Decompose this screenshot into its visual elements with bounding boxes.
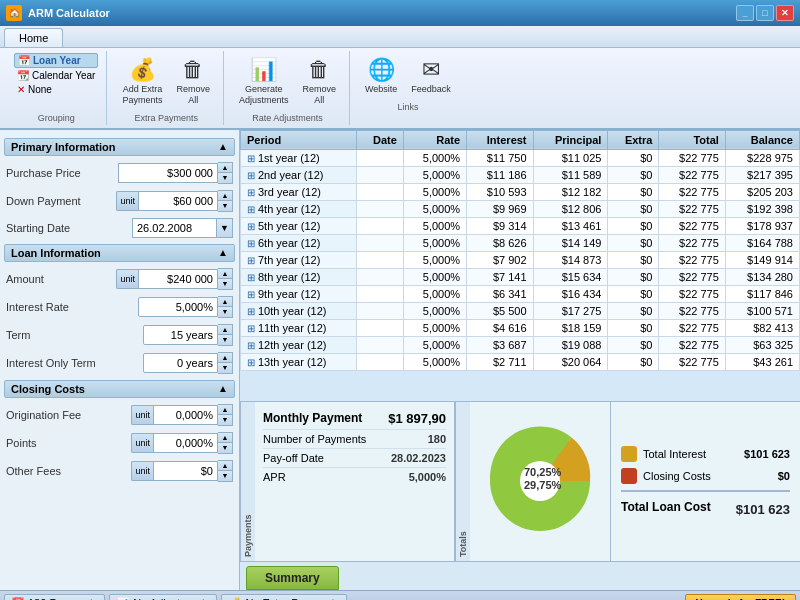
- close-button[interactable]: ✕: [776, 5, 794, 21]
- term-up[interactable]: ▲: [218, 325, 232, 335]
- down-payment-input[interactable]: [138, 191, 218, 211]
- generate-adjustments-button[interactable]: 📊 GenerateAdjustments: [234, 53, 294, 109]
- down-payment-label: Down Payment: [6, 195, 81, 207]
- points-up[interactable]: ▲: [218, 433, 232, 443]
- amount-unit[interactable]: unit: [116, 269, 138, 289]
- points-input[interactable]: [153, 433, 218, 453]
- expand-icon[interactable]: ⊞: [247, 272, 255, 283]
- minimize-button[interactable]: _: [736, 5, 754, 21]
- extra-payments-label: Extra Payments: [134, 113, 198, 123]
- grouping-none[interactable]: ✕ None: [14, 83, 98, 96]
- other-fees-down[interactable]: ▼: [218, 471, 232, 481]
- expand-icon[interactable]: ⊞: [247, 153, 255, 164]
- cell-rate: 5,000%: [403, 166, 466, 183]
- cell-balance: $228 975: [725, 149, 799, 166]
- expand-icon[interactable]: ⊞: [247, 340, 255, 351]
- cell-interest: $9 969: [467, 200, 533, 217]
- cell-interest: $3 687: [467, 336, 533, 353]
- purchase-price-input[interactable]: [118, 163, 218, 183]
- interest-rate-input[interactable]: [138, 297, 218, 317]
- maximize-button[interactable]: □: [756, 5, 774, 21]
- payoff-date-row: Pay-off Date 28.02.2023: [263, 449, 446, 468]
- remove-all-rate-button[interactable]: 🗑 RemoveAll: [297, 53, 341, 109]
- tab-home[interactable]: Home: [4, 28, 63, 47]
- closing-costs-totals-row: Closing Costs $0: [621, 468, 790, 484]
- num-payments-value: 180: [428, 433, 446, 445]
- expand-icon[interactable]: ⊞: [247, 238, 255, 249]
- origination-fee-up[interactable]: ▲: [218, 405, 232, 415]
- cell-rate: 5,000%: [403, 200, 466, 217]
- expand-icon[interactable]: ⊞: [247, 323, 255, 334]
- cell-extra: $0: [608, 183, 659, 200]
- purchase-price-up[interactable]: ▲: [218, 163, 232, 173]
- amortization-table-area[interactable]: Period Date Rate Interest Principal Extr…: [240, 130, 800, 401]
- num-payments-label: Number of Payments: [263, 433, 366, 445]
- term-input[interactable]: [143, 325, 218, 345]
- origination-fee-unit[interactable]: unit: [131, 405, 153, 425]
- amount-down[interactable]: ▼: [218, 279, 232, 289]
- cell-rate: 5,000%: [403, 217, 466, 234]
- other-fees-input[interactable]: [153, 461, 218, 481]
- amount-up[interactable]: ▲: [218, 269, 232, 279]
- expand-icon[interactable]: ⊞: [247, 357, 255, 368]
- expand-icon[interactable]: ⊞: [247, 221, 255, 232]
- interest-rate-down[interactable]: ▼: [218, 307, 232, 317]
- cell-date: [357, 268, 403, 285]
- cell-balance: $217 395: [725, 166, 799, 183]
- expand-icon[interactable]: ⊞: [247, 170, 255, 181]
- interest-only-up[interactable]: ▲: [218, 353, 232, 363]
- col-total: Total: [659, 130, 725, 149]
- loan-info-collapse[interactable]: ▲: [218, 247, 228, 258]
- interest-only-down[interactable]: ▼: [218, 363, 232, 373]
- cell-extra: $0: [608, 200, 659, 217]
- expand-icon[interactable]: ⊞: [247, 255, 255, 266]
- closing-costs-collapse[interactable]: ▲: [218, 383, 228, 394]
- points-unit[interactable]: unit: [131, 433, 153, 453]
- monthly-payment-value: $1 897,90: [388, 411, 446, 426]
- origination-fee-input[interactable]: [153, 405, 218, 425]
- add-extra-payments-button[interactable]: 💰 Add ExtraPayments: [117, 53, 167, 109]
- table-row: ⊞9th year (12) 5,000% $6 341 $16 434 $0 …: [241, 285, 800, 302]
- upgrade-button[interactable]: Upgrade for FREE!: [685, 594, 796, 600]
- website-button[interactable]: 🌐 Website: [360, 53, 402, 98]
- cell-total: $22 775: [659, 251, 725, 268]
- interest-rate-up[interactable]: ▲: [218, 297, 232, 307]
- summary-tab[interactable]: Summary: [246, 566, 339, 590]
- remove-all-extra-button[interactable]: 🗑 RemoveAll: [171, 53, 215, 109]
- feedback-button[interactable]: ✉ Feedback: [406, 53, 456, 98]
- table-row: ⊞13th year (12) 5,000% $2 711 $20 064 $0…: [241, 353, 800, 370]
- starting-date-picker[interactable]: ▼: [217, 218, 233, 238]
- monthly-payment-label: Monthly Payment: [263, 411, 362, 425]
- points-down[interactable]: ▼: [218, 443, 232, 453]
- primary-info-collapse[interactable]: ▲: [218, 141, 228, 152]
- expand-icon[interactable]: ⊞: [247, 187, 255, 198]
- down-payment-down[interactable]: ▼: [218, 201, 232, 211]
- total-interest-color: [621, 446, 637, 462]
- down-payment-up[interactable]: ▲: [218, 191, 232, 201]
- starting-date-input[interactable]: [132, 218, 217, 238]
- payoff-date-value: 28.02.2023: [391, 452, 446, 464]
- cell-extra: $0: [608, 217, 659, 234]
- down-payment-unit[interactable]: unit: [116, 191, 138, 211]
- payoff-date-label: Pay-off Date: [263, 452, 324, 464]
- interest-only-term-input[interactable]: [143, 353, 218, 373]
- expand-icon[interactable]: ⊞: [247, 306, 255, 317]
- grouping-calendar-year[interactable]: 📆 Calendar Year: [14, 69, 98, 82]
- table-row: ⊞7th year (12) 5,000% $7 902 $14 873 $0 …: [241, 251, 800, 268]
- cell-period: ⊞10th year (12): [241, 302, 357, 319]
- adjustments-icon: 📊: [116, 597, 130, 600]
- other-fees-up[interactable]: ▲: [218, 461, 232, 471]
- other-fees-unit[interactable]: unit: [131, 461, 153, 481]
- origination-fee-down[interactable]: ▼: [218, 415, 232, 425]
- expand-icon[interactable]: ⊞: [247, 204, 255, 215]
- amount-input[interactable]: [138, 269, 218, 289]
- cell-balance: $192 398: [725, 200, 799, 217]
- term-down[interactable]: ▼: [218, 335, 232, 345]
- cell-total: $22 775: [659, 285, 725, 302]
- purchase-price-down[interactable]: ▼: [218, 173, 232, 183]
- cell-period: ⊞6th year (12): [241, 234, 357, 251]
- expand-icon[interactable]: ⊞: [247, 289, 255, 300]
- grouping-loan-year[interactable]: 📅 Loan Year: [14, 53, 98, 68]
- cell-interest: $11 186: [467, 166, 533, 183]
- cell-total: $22 775: [659, 200, 725, 217]
